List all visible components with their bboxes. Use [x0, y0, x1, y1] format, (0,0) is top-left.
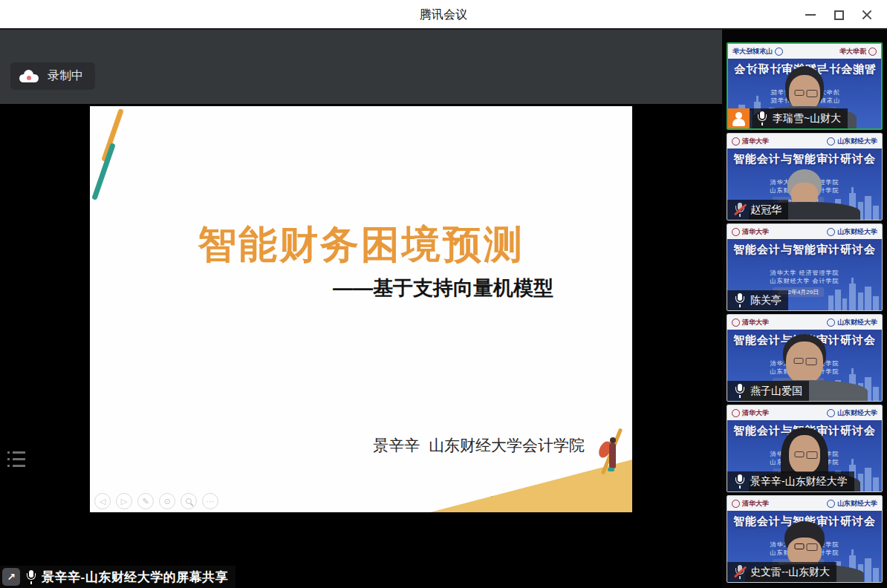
participant-name: 李瑞雪~山财大: [773, 112, 841, 125]
author-line-1: 景辛辛 山东财经大学会计学院: [373, 436, 585, 455]
decor-orange-stroke: [101, 108, 124, 162]
tsinghua-logo-icon: [732, 228, 740, 236]
maximize-button[interactable]: [825, 0, 853, 30]
pen-button[interactable]: ✎: [137, 493, 154, 509]
mic-on-icon: [734, 474, 745, 489]
mic-on-icon: [734, 293, 745, 307]
mic-on-icon: [756, 111, 767, 125]
window-controls: [796, 0, 881, 30]
shared-screen-stage: 录制中 智能财务困境预测 ——基于支持向量机模型 景辛辛 山东财经大学会计学院 …: [0, 30, 722, 588]
mic-muted-icon: [734, 203, 745, 217]
person-badge-icon: [728, 108, 750, 128]
participant-name: 燕子山爱国: [750, 385, 802, 398]
more-tools-button[interactable]: ⋯: [202, 493, 218, 509]
slide-subtitle: ——基于支持向量机模型: [333, 275, 553, 301]
hiker-figure-graphic: [600, 437, 620, 474]
tencent-meeting-window: 腾讯会议 录制中 智能财务困境预测 ——基于支持向量机模型 景: [0, 0, 887, 588]
slide-title: 智能财务困境预测: [90, 219, 632, 271]
meeting-topbar: 录制中: [0, 30, 722, 104]
tsinghua-logo-text: 清华大学: [742, 227, 769, 237]
laser-pointer-button[interactable]: ⊙: [159, 493, 175, 509]
participant-video-chen-guanting[interactable]: 清华大学 山东财经大学 智能会计与智能审计研讨会 清华大学 经济管理学院 山东财…: [727, 223, 883, 311]
participant-video-jing-xinxin[interactable]: 清华大学 山东财经大学 智能会计与智能审计研讨会 清华大学 经济管理学院 山东财…: [727, 405, 883, 492]
next-slide-button[interactable]: ▷: [116, 493, 132, 509]
screen-share-label: 景辛辛-山东财经大学的屏幕共享: [42, 569, 228, 586]
meeting-main: 录制中 智能财务困境预测 ——基于支持向量机模型 景辛辛 山东财经大学会计学院 …: [0, 30, 887, 588]
recording-label: 录制中: [48, 68, 83, 84]
participant-video-li-ruixue[interactable]: 清华大学 山东财经大学 智能会计与智能审计研讨会 清华大学 经济管理学院 山东财…: [727, 42, 883, 130]
sdufe-logo-text: 山东财经大学: [837, 227, 877, 237]
screen-share-icon: ↗: [2, 568, 20, 586]
mic-on-icon: [734, 384, 745, 398]
participant-video-yanzishan[interactable]: 清华大学 山东财经大学 智能会计与智能审计研讨会 清华大学 经济管理学院 山东财…: [727, 314, 883, 402]
conference-banner: 智能会计与智能审计研讨会: [727, 243, 882, 257]
virtual-background-logo-strip: 清华大学 山东财经大学: [727, 224, 882, 239]
recording-indicator[interactable]: 录制中: [10, 62, 95, 90]
participant-name: 赵冠华: [750, 203, 782, 217]
participant-video-zhao-guanhua[interactable]: 清华大学 山东财经大学 智能会计与智能审计研讨会 清华大学 经济管理学院 山东财…: [727, 133, 883, 220]
prev-slide-button[interactable]: ◁: [94, 493, 111, 509]
magnifier-button[interactable]: [181, 493, 197, 509]
participants-sidebar: 清华大学 山东财经大学 智能会计与智能审计研讨会 清华大学 经济管理学院 山东财…: [722, 30, 887, 588]
participant-name: 景辛辛-山东财经大学: [750, 475, 848, 489]
sdufe-logo: 山东财经大学: [827, 227, 877, 237]
titlebar: 腾讯会议: [0, 0, 887, 30]
annotation-list-icon[interactable]: [7, 451, 30, 471]
slide-toolbar: ◁ ▷ ✎ ⊙ ⋯: [94, 493, 218, 509]
screen-share-banner: ↗ 景辛辛-山东财经大学的屏幕共享: [0, 566, 235, 588]
tsinghua-logo: 清华大学: [732, 227, 769, 237]
close-button[interactable]: [853, 0, 881, 30]
participant-video-shi-wenlei[interactable]: 清华大学 山东财经大学 智能会计与智能审计研讨会 清华大学 经济管理学院 山东财…: [727, 495, 883, 583]
presentation-slide: 智能财务困境预测 ——基于支持向量机模型 景辛辛 山东财经大学会计学院 预聘制副…: [90, 106, 632, 512]
mic-on-icon: [25, 570, 36, 584]
maximize-icon: [834, 10, 844, 20]
minimize-icon: [805, 14, 816, 16]
participant-name: 史文雷--山东财大: [750, 566, 830, 579]
cloud-recording-icon: [19, 70, 39, 82]
participant-name: 陈关亭: [750, 294, 782, 307]
minimize-button[interactable]: [796, 0, 825, 30]
skyline-graphic: [827, 276, 880, 310]
mic-muted-icon: [734, 565, 745, 579]
window-title: 腾讯会议: [0, 0, 887, 30]
magnifier-icon: [186, 498, 192, 504]
sdufe-logo-icon: [827, 228, 835, 236]
